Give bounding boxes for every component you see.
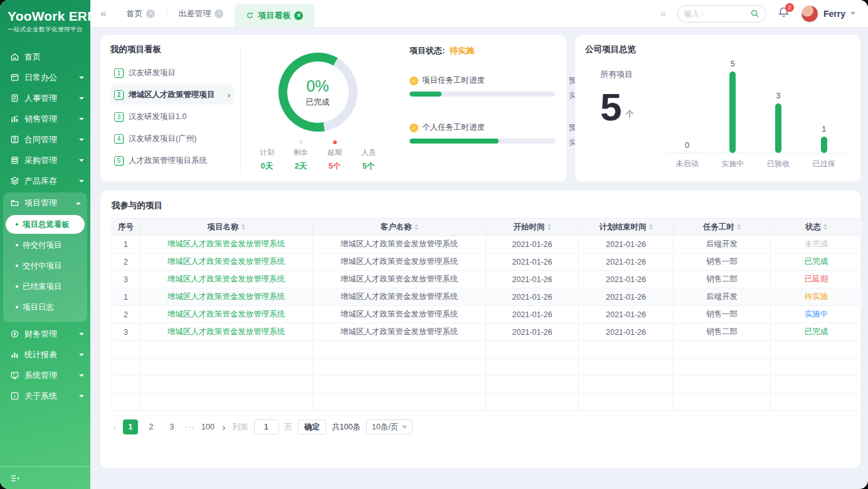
- close-icon[interactable]: ×: [214, 9, 223, 18]
- goto-page-input[interactable]: [254, 419, 279, 434]
- project-list-item[interactable]: 1 汉友研发项目: [110, 63, 234, 83]
- table-row-empty: [112, 394, 862, 411]
- bar-chart-categories: 未启动 实施中 已验收 已过保: [664, 159, 847, 169]
- logo-title: YooWork ERP: [8, 9, 84, 24]
- next-page-icon[interactable]: ›: [221, 422, 227, 433]
- sidebar-item-inventory[interactable]: 产品库存: [0, 171, 90, 191]
- page-button-1[interactable]: 1: [123, 419, 138, 434]
- col-header-customer-name[interactable]: 客户名称: [313, 219, 486, 236]
- col-header-project-name[interactable]: 项目名称: [140, 219, 313, 236]
- chevron-down-icon: [79, 395, 84, 397]
- user-avatar[interactable]: [801, 5, 818, 23]
- bar-in-progress: 5: [710, 60, 756, 153]
- tabs-expand-icon[interactable]: »: [660, 8, 666, 20]
- project-list-item-selected[interactable]: 2 增城区人才政策管理项目 ›: [110, 85, 234, 105]
- bar: [821, 137, 827, 153]
- sidebar-item-project-management[interactable]: 项目管理: [3, 192, 87, 213]
- bar-out-of-warranty: 1: [801, 60, 847, 153]
- sidebar-collapse-icon[interactable]: [10, 473, 20, 483]
- project-stats: 计划 0天 剩余 2天 超期 5个: [252, 140, 384, 172]
- sidebar-subitem-project-overview-board[interactable]: 项目总览看板: [6, 215, 85, 234]
- project-name-link[interactable]: 增城区人才政策资金发放管理系统: [167, 275, 285, 283]
- stat-dot: [299, 140, 303, 144]
- status-badge: 实施中: [805, 310, 828, 318]
- sidebar-item-finance[interactable]: 财务管理: [0, 323, 90, 344]
- sidebar-subitem-in-delivery[interactable]: 交付中项目: [6, 256, 85, 275]
- table-row: 2 增城区人才政策资金发放管理系统 增城区人才政策资金发放管理系统 2021-0…: [112, 253, 862, 271]
- confirm-button[interactable]: 确定: [298, 419, 326, 434]
- check-icon: ✓: [410, 76, 418, 85]
- bullet-icon: [16, 285, 18, 288]
- table-header-row: 序号 项目名称 客户名称 开始时间 计划结束时间 任务工时 状态: [112, 219, 862, 236]
- notification-bell[interactable]: 2: [778, 6, 790, 21]
- refresh-icon[interactable]: [246, 11, 254, 19]
- sidebar-item-daily-office[interactable]: 日常办公: [0, 67, 90, 88]
- bar: [729, 71, 736, 153]
- project-name-link[interactable]: 增城区人才政策资金发放管理系统: [167, 257, 285, 266]
- top-bar-right: » 2 Ferry: [660, 0, 868, 27]
- number-badge: 2: [114, 90, 124, 100]
- report-chart-icon: [10, 350, 19, 359]
- col-header-no: 序号: [112, 219, 140, 236]
- sidebar-item-contracts[interactable]: 合同管理: [0, 129, 90, 150]
- search-input[interactable]: [684, 9, 750, 18]
- bar-not-started: 0: [664, 60, 710, 153]
- sidebar-item-home[interactable]: 首页: [0, 46, 90, 67]
- chevron-up-icon: [76, 202, 81, 204]
- page-button-2[interactable]: 2: [144, 419, 159, 434]
- bullet-icon: [16, 244, 18, 246]
- bar-accepted: 3: [756, 60, 802, 153]
- status-badge: 已完成: [805, 327, 828, 336]
- close-icon[interactable]: ×: [146, 9, 155, 18]
- col-header-start-date[interactable]: 开始时间: [486, 219, 579, 236]
- project-list-item[interactable]: 3 汉友研发项目1.0: [110, 107, 234, 127]
- goto-label: 到第: [233, 422, 248, 433]
- search-icon[interactable]: [750, 9, 760, 18]
- page-ellipsis[interactable]: ···: [185, 423, 195, 431]
- stat-members: 人员 5个: [354, 140, 384, 172]
- app-window: YooWork ERP 一站式企业数字化管理平台 首页 日常办公 人事管理 销售…: [0, 0, 868, 489]
- home-icon: [10, 52, 19, 61]
- sidebar-subitem-pending-delivery[interactable]: 待交付项目: [6, 236, 85, 255]
- page-button-3[interactable]: 3: [164, 419, 179, 434]
- sidebar-subitem-finished-projects[interactable]: 已结束项目: [6, 277, 85, 296]
- chevron-down-icon: [79, 354, 84, 356]
- stat-dot: [333, 140, 337, 144]
- idcard-icon: [10, 93, 19, 103]
- content: 我的项目看板 1 汉友研发项目 2 增城区人才政策管理项目 ›: [90, 28, 868, 489]
- tab-travel-management[interactable]: 出差管理 ×: [167, 0, 235, 27]
- user-menu[interactable]: Ferry: [801, 5, 855, 23]
- col-header-task-hours[interactable]: 任务工时: [674, 219, 771, 236]
- close-icon[interactable]: ×: [294, 11, 303, 20]
- col-header-status[interactable]: 状态: [771, 219, 862, 236]
- sidebar-item-reports[interactable]: 统计报表: [0, 344, 90, 365]
- table-row: 1 增城区人才政策资金发放管理系统 增城区人才政策资金发放管理系统 2021-0…: [112, 236, 862, 253]
- project-list-item[interactable]: 4 汉友研发项目(广州): [110, 129, 234, 149]
- tab-home[interactable]: 首页 ×: [115, 0, 166, 27]
- sidebar-item-purchasing[interactable]: 采购管理: [0, 150, 90, 171]
- sidebar: YooWork ERP 一站式企业数字化管理平台 首页 日常办公 人事管理 销售…: [0, 0, 90, 489]
- chevron-down-icon: [402, 426, 407, 429]
- my-projects-table-card: 我参与的项目 序号 项目名称 客户名称 开始时间 计划结束时间 任务工时: [100, 191, 860, 468]
- project-name-link[interactable]: 增城区人才政策资金发放管理系统: [167, 310, 285, 318]
- prev-page-icon[interactable]: ‹: [112, 422, 117, 433]
- page-button-100[interactable]: 100: [201, 419, 216, 434]
- sidebar-item-about[interactable]: 关于系统: [0, 386, 90, 406]
- progress-bar: [410, 92, 555, 97]
- project-list-item[interactable]: 5 人才政策管理项目系统: [110, 150, 234, 171]
- sidebar-item-hr[interactable]: 人事管理: [0, 88, 90, 108]
- bullet-icon: [16, 223, 18, 226]
- project-name-link[interactable]: 增城区人才政策资金发放管理系统: [167, 239, 285, 248]
- table-row: 3 增城区人才政策资金发放管理系统 增城区人才政策资金发放管理系统 2021-0…: [112, 271, 862, 288]
- search-box[interactable]: [677, 5, 766, 23]
- sidebar-subitem-project-logs[interactable]: 项目日志: [6, 298, 85, 317]
- project-name-link[interactable]: 增城区人才政策资金发放管理系统: [167, 292, 285, 301]
- col-header-planned-end-date[interactable]: 计划结束时间: [579, 219, 674, 236]
- sidebar-item-sales[interactable]: 销售管理: [0, 108, 90, 129]
- project-name-link[interactable]: 增城区人才政策资金发放管理系统: [167, 327, 285, 336]
- sidebar-item-system[interactable]: 系统管理: [0, 365, 90, 386]
- page-size-select[interactable]: 10条/页: [366, 419, 413, 434]
- bullet-icon: [16, 306, 18, 308]
- tab-project-board[interactable]: 项目看板 ×: [235, 4, 314, 27]
- projects-bar-chart: 0 5 3: [660, 55, 850, 173]
